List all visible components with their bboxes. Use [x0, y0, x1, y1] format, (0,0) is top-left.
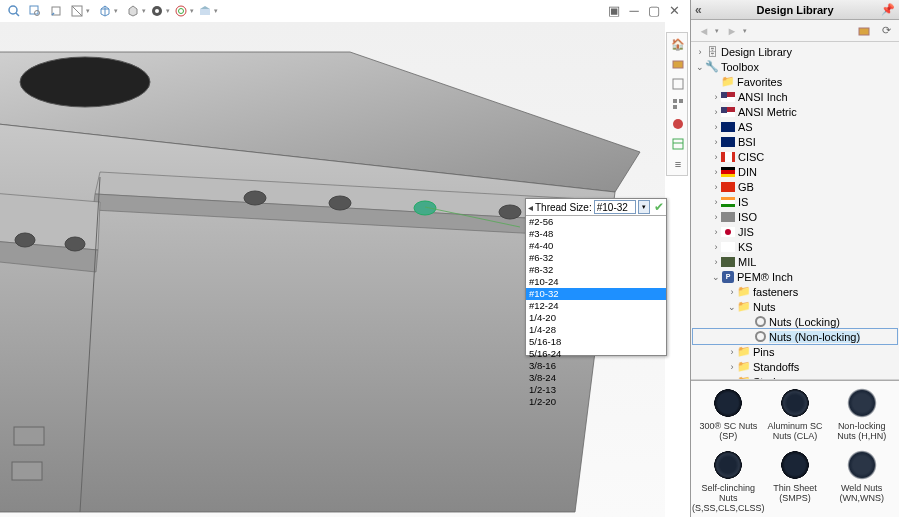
thread-option[interactable]: 3/8-24 [526, 372, 666, 384]
maximize-icon[interactable]: ▢ [646, 2, 662, 18]
thumbnail-label: Non-locking Nuts (H,HN) [833, 421, 891, 441]
minimize-icon[interactable]: ─ [626, 2, 642, 18]
thread-option[interactable]: #4-40 [526, 240, 666, 252]
dropdown-icon[interactable]: ▾ [190, 7, 194, 15]
thread-option[interactable]: 5/16-18 [526, 336, 666, 348]
thread-option[interactable]: 1/2-20 [526, 396, 666, 408]
custom-props-tab-icon[interactable] [669, 135, 687, 153]
popup-prev-icon[interactable]: ◂ [528, 202, 533, 213]
thumbnail-item[interactable]: Aluminum SC Nuts (CLA) [764, 385, 826, 443]
thread-option[interactable]: 1/4-28 [526, 324, 666, 336]
thread-option[interactable]: #10-24 [526, 276, 666, 288]
collapse-panel-icon[interactable]: « [695, 3, 702, 17]
nav-back-icon[interactable]: ◄ [695, 22, 713, 40]
thread-size-input[interactable] [594, 200, 636, 214]
thread-option[interactable]: #8-32 [526, 264, 666, 276]
thread-option[interactable]: #6-32 [526, 252, 666, 264]
task-pane-tabs: 🏠 ≡ [666, 32, 688, 176]
thumbnail-item[interactable]: Weld Nuts (WN,WNS) [831, 447, 893, 515]
svg-rect-2 [30, 6, 38, 14]
snapshot-icon[interactable]: ▣ [606, 2, 622, 18]
thread-option[interactable]: #10-32 [526, 288, 666, 300]
dropdown-icon[interactable]: ▾ [86, 7, 90, 15]
tree-nuts-nonlocking[interactable]: Nuts (Non-locking) [693, 329, 897, 344]
thread-option[interactable]: 5/16-24 [526, 348, 666, 360]
svg-point-21 [244, 191, 266, 205]
tree-bsi[interactable]: ›BSI [693, 134, 897, 149]
thread-popup-header: ◂ Thread Size: ▾ ✔ [526, 199, 666, 215]
tree-ansi-inch[interactable]: ›ANSI Inch [693, 89, 897, 104]
svg-point-22 [329, 196, 351, 210]
nut-thumbnail-icon [779, 387, 811, 419]
thumbnail-item[interactable]: Thin Sheet (SMPS) [764, 447, 826, 515]
tree-design-library[interactable]: ›🗄Design Library [693, 44, 897, 59]
tree-pins[interactable]: ›📁Pins [693, 344, 897, 359]
edit-appearance-icon[interactable] [171, 2, 191, 20]
library-nav-bar: ◄ ▾ ► ▾ ⟳ [691, 20, 899, 42]
tree-pem-inch[interactable]: ⌄PPEM® Inch [693, 269, 897, 284]
tree-iso[interactable]: ›ISO [693, 209, 897, 224]
thread-accept-icon[interactable]: ✔ [654, 200, 664, 214]
tree-favorites[interactable]: 📁Favorites [693, 74, 897, 89]
library-tree[interactable]: ›🗄Design Library ⌄🔧Toolbox 📁Favorites ›A… [691, 42, 899, 380]
previous-view-icon[interactable] [46, 2, 66, 20]
tree-gb[interactable]: ›GB [693, 179, 897, 194]
display-style-icon[interactable] [123, 2, 143, 20]
tree-ks[interactable]: ›KS [693, 239, 897, 254]
svg-point-26 [15, 233, 35, 247]
library-tab-icon[interactable] [669, 55, 687, 73]
tree-mil[interactable]: ›MIL [693, 254, 897, 269]
tree-din[interactable]: ›DIN [693, 164, 897, 179]
thumbnail-item[interactable]: Non-locking Nuts (H,HN) [831, 385, 893, 443]
view-palette-tab-icon[interactable] [669, 95, 687, 113]
thumbnail-item[interactable]: 300® SC Nuts (SP) [697, 385, 759, 443]
zoom-fit-icon[interactable] [4, 2, 24, 20]
nav-forward-icon[interactable]: ► [723, 22, 741, 40]
tree-as[interactable]: ›AS [693, 119, 897, 134]
dropdown-icon[interactable]: ▾ [743, 27, 747, 35]
svg-point-10 [179, 9, 184, 14]
tree-ansi-metric[interactable]: ›ANSI Metric [693, 104, 897, 119]
thread-option[interactable]: #2-56 [526, 216, 666, 228]
dropdown-icon[interactable]: ▾ [114, 7, 118, 15]
svg-point-3 [35, 11, 40, 16]
apply-scene-icon[interactable] [195, 2, 215, 20]
dropdown-icon[interactable]: ▾ [166, 7, 170, 15]
view-orientation-icon[interactable] [95, 2, 115, 20]
thread-option[interactable]: #12-24 [526, 300, 666, 312]
thread-option[interactable]: 1/4-20 [526, 312, 666, 324]
tree-fasteners[interactable]: ›📁fasteners [693, 284, 897, 299]
thumbnail-label: Self-clinching Nuts (S,SS,CLS,CLSS) [692, 483, 765, 513]
thread-dropdown-icon[interactable]: ▾ [638, 200, 650, 214]
file-explorer-tab-icon[interactable] [669, 75, 687, 93]
tree-jis[interactable]: ›JIS [693, 224, 897, 239]
tree-standoffs[interactable]: ›📁Standoffs [693, 359, 897, 374]
svg-rect-12 [673, 61, 683, 68]
thread-option[interactable]: 3/8-16 [526, 360, 666, 372]
dropdown-icon[interactable]: ▾ [214, 7, 218, 15]
svg-rect-18 [673, 139, 683, 149]
section-view-icon[interactable] [67, 2, 87, 20]
panel-title-bar: « Design Library 📌 [691, 0, 899, 20]
thread-option[interactable]: 1/2-13 [526, 384, 666, 396]
home-tab-icon[interactable]: 🏠 [669, 35, 687, 53]
appearances-tab-icon[interactable] [669, 115, 687, 133]
thread-option[interactable]: #3-48 [526, 228, 666, 240]
hide-show-icon[interactable] [147, 2, 167, 20]
zoom-area-icon[interactable] [25, 2, 45, 20]
tree-nuts[interactable]: ⌄📁Nuts [693, 299, 897, 314]
tree-cisc[interactable]: ›CISC [693, 149, 897, 164]
thread-options-list[interactable]: #2-56#3-48#4-40#6-32#8-32#10-24#10-32#12… [526, 215, 666, 355]
pin-panel-icon[interactable]: 📌 [881, 3, 895, 16]
tree-toolbox[interactable]: ⌄🔧Toolbox [693, 59, 897, 74]
dropdown-icon[interactable]: ▾ [142, 7, 146, 15]
tree-nuts-locking[interactable]: Nuts (Locking) [693, 314, 897, 329]
forum-tab-icon[interactable]: ≡ [669, 155, 687, 173]
refresh-icon[interactable]: ⟳ [877, 22, 895, 40]
library-home-icon[interactable] [855, 22, 873, 40]
svg-point-8 [155, 9, 159, 13]
dropdown-icon[interactable]: ▾ [715, 27, 719, 35]
thumbnail-item[interactable]: Self-clinching Nuts (S,SS,CLS,CLSS) [697, 447, 759, 515]
close-icon[interactable]: ✕ [666, 2, 682, 18]
tree-is[interactable]: ›IS [693, 194, 897, 209]
